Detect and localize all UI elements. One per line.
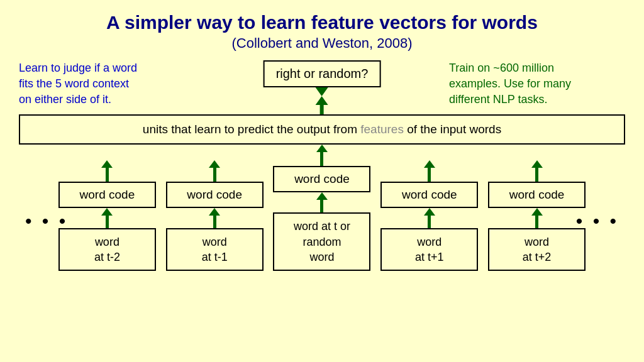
arrow-col4-mid-shaft bbox=[428, 216, 431, 228]
arrow-col1-top-head bbox=[101, 160, 113, 168]
right-note: Train on ~600 million examples. Use for … bbox=[449, 60, 625, 108]
arrow-col2-mid-shaft bbox=[213, 216, 216, 228]
word-code-box-3: word code bbox=[273, 166, 370, 192]
arrow-col3-mid-shaft bbox=[320, 200, 323, 212]
arrow-col1-mid-shaft bbox=[106, 216, 109, 228]
word-column-3: word code word at t or random word bbox=[269, 145, 376, 271]
arrow-col3-top-head bbox=[316, 145, 328, 152]
center-label-area: right or random? bbox=[264, 60, 381, 119]
arrow-col3-top bbox=[316, 145, 328, 166]
slide-title: A simpler way to learn feature vectors f… bbox=[19, 11, 625, 34]
arrow-col5-top-shaft bbox=[535, 168, 538, 182]
arrow-col2-mid-head bbox=[209, 208, 220, 216]
arrow-col1-top bbox=[101, 160, 113, 182]
arrow-col2-top bbox=[209, 160, 220, 182]
arrow-col4-mid bbox=[424, 208, 435, 228]
word-box-1: word at t-2 bbox=[58, 228, 156, 272]
word-box-2: word at t-1 bbox=[166, 228, 264, 272]
left-note-line2: fits the 5 word context bbox=[19, 77, 129, 90]
right-or-random-box: right or random? bbox=[264, 60, 381, 87]
slide-subtitle: (Collobert and Weston, 2008) bbox=[19, 35, 625, 52]
units-text2: of the input words bbox=[404, 123, 501, 136]
word-box-4: word at t+1 bbox=[380, 228, 478, 272]
units-box: units that learn to predict the output f… bbox=[19, 114, 625, 145]
word-code-box-4: word code bbox=[380, 182, 478, 208]
arrow-col4-top-head bbox=[424, 160, 435, 168]
arrow-col5-mid-head bbox=[531, 208, 543, 216]
columns-area: word code word at t-2 word code wo bbox=[19, 145, 625, 271]
arrow-col4-mid-head bbox=[424, 208, 435, 216]
word-column-1: word code word at t-2 bbox=[53, 160, 161, 272]
arrow-col1-top-shaft bbox=[106, 168, 109, 182]
arrow-col4-top bbox=[424, 160, 435, 182]
left-note: Learn to judge if a word fits the 5 word… bbox=[19, 60, 208, 108]
top-row: Learn to judge if a word fits the 5 word… bbox=[19, 60, 625, 108]
arrow-col2-top-shaft bbox=[213, 168, 216, 182]
word-box-3: word at t or random word bbox=[273, 212, 370, 271]
arrow-col2-top-head bbox=[209, 160, 220, 168]
arrow-col4-top-shaft bbox=[428, 168, 431, 182]
slide: A simpler way to learn feature vectors f… bbox=[0, 0, 644, 362]
arrow-col1-mid bbox=[101, 208, 113, 228]
arrow-col3-mid bbox=[316, 192, 328, 212]
arrow-col5-top-head bbox=[531, 160, 543, 168]
word-column-4: word code word at t+1 bbox=[375, 160, 483, 272]
arrow-col5-mid bbox=[531, 208, 543, 228]
left-note-line1: Learn to judge if a word bbox=[19, 62, 137, 74]
columns-container: • • • • • • word code word at t-2 bbox=[19, 145, 625, 271]
word-box-5: word at t+2 bbox=[488, 228, 586, 272]
right-note-line3: different NLP tasks. bbox=[449, 93, 547, 106]
right-note-line2: examples. Use for many bbox=[449, 77, 571, 90]
word-code-box-5: word code bbox=[488, 182, 586, 208]
arrow-col1-mid-head bbox=[101, 208, 113, 216]
arrow-col5-mid-shaft bbox=[535, 216, 538, 228]
units-features-text: features bbox=[360, 123, 404, 136]
units-text1: units that learn to predict the output f… bbox=[143, 123, 360, 136]
word-column-5: word code word at t+2 bbox=[483, 160, 591, 272]
word-code-box-2: word code bbox=[166, 182, 264, 208]
arrow-col2-mid bbox=[209, 208, 220, 228]
arrow-col3-top-shaft bbox=[320, 152, 323, 166]
left-note-line3: on either side of it. bbox=[19, 93, 111, 106]
arrow-col5-top bbox=[531, 160, 543, 182]
word-code-box-1: word code bbox=[58, 182, 156, 208]
center-arrow-down-head bbox=[316, 87, 328, 105]
right-note-line1: Train on ~600 million bbox=[449, 62, 554, 74]
word-column-2: word code word at t-1 bbox=[161, 160, 269, 272]
units-wrapper: units that learn to predict the output f… bbox=[19, 114, 625, 145]
arrow-col3-mid-head bbox=[316, 192, 328, 200]
